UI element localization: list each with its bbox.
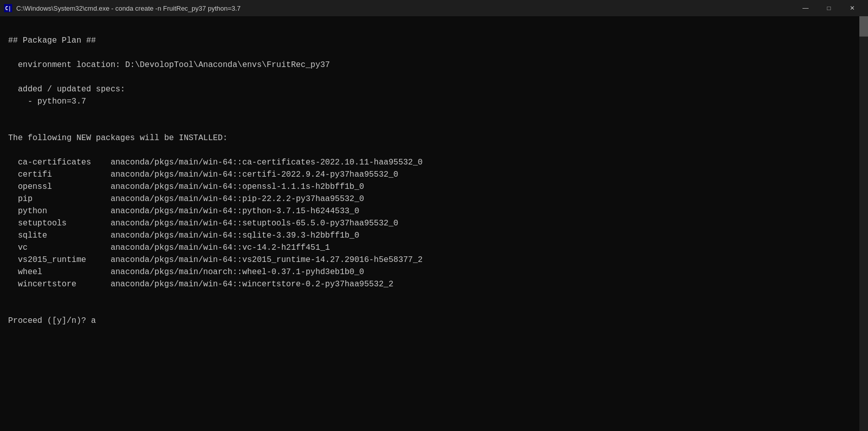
window-title: C:\Windows\System32\cmd.exe - conda crea…	[16, 5, 241, 12]
terminal-line: certifi anaconda/pkgs/main/win-64::certi…	[8, 169, 860, 181]
terminal-body[interactable]: ## Package Plan ## environment location:…	[0, 16, 868, 431]
terminal-line	[8, 303, 860, 315]
terminal-output: ## Package Plan ## environment location:…	[8, 22, 860, 327]
scrollbar-thumb[interactable]	[859, 16, 868, 37]
minimize-button[interactable]: —	[794, 0, 817, 16]
terminal-line: python anaconda/pkgs/main/win-64::python…	[8, 205, 860, 217]
title-bar: C| C:\Windows\System32\cmd.exe - conda c…	[0, 0, 868, 16]
window-controls: — □ ✕	[794, 0, 864, 16]
terminal-line: pip anaconda/pkgs/main/win-64::pip-22.2.…	[8, 193, 860, 205]
close-button[interactable]: ✕	[841, 0, 864, 16]
terminal-line: ca-certificates anaconda/pkgs/main/win-6…	[8, 156, 860, 169]
terminal-line: setuptools anaconda/pkgs/main/win-64::se…	[8, 217, 860, 229]
scrollbar[interactable]	[859, 16, 868, 431]
terminal-line: added / updated specs:	[8, 83, 860, 95]
terminal-line: Proceed ([y]/n)? a	[8, 315, 860, 327]
terminal-line: wheel anaconda/pkgs/main/noarch::wheel-0…	[8, 266, 860, 278]
terminal-line	[8, 71, 860, 83]
terminal-line	[8, 108, 860, 120]
terminal-line	[8, 120, 860, 132]
terminal-line: sqlite anaconda/pkgs/main/win-64::sqlite…	[8, 229, 860, 242]
terminal-line: vc anaconda/pkgs/main/win-64::vc-14.2-h2…	[8, 242, 860, 254]
terminal-line	[8, 290, 860, 303]
terminal-line	[8, 22, 860, 35]
terminal-line: The following NEW packages will be INSTA…	[8, 132, 860, 144]
terminal-line: environment location: D:\DevolopTool\Ana…	[8, 59, 860, 71]
terminal-line: ## Package Plan ##	[8, 35, 860, 47]
terminal-line: vs2015_runtime anaconda/pkgs/main/win-64…	[8, 254, 860, 266]
title-bar-left: C| C:\Windows\System32\cmd.exe - conda c…	[4, 4, 241, 12]
cmd-window: C| C:\Windows\System32\cmd.exe - conda c…	[0, 0, 868, 431]
terminal-line: wincertstore anaconda/pkgs/main/win-64::…	[8, 278, 860, 290]
svg-text:C|: C|	[5, 6, 11, 12]
maximize-button[interactable]: □	[817, 0, 841, 16]
terminal-line: openssl anaconda/pkgs/main/win-64::opens…	[8, 181, 860, 193]
terminal-line	[8, 144, 860, 156]
cmd-icon: C|	[4, 4, 12, 12]
terminal-line	[8, 47, 860, 59]
terminal-line: - python=3.7	[8, 95, 860, 108]
